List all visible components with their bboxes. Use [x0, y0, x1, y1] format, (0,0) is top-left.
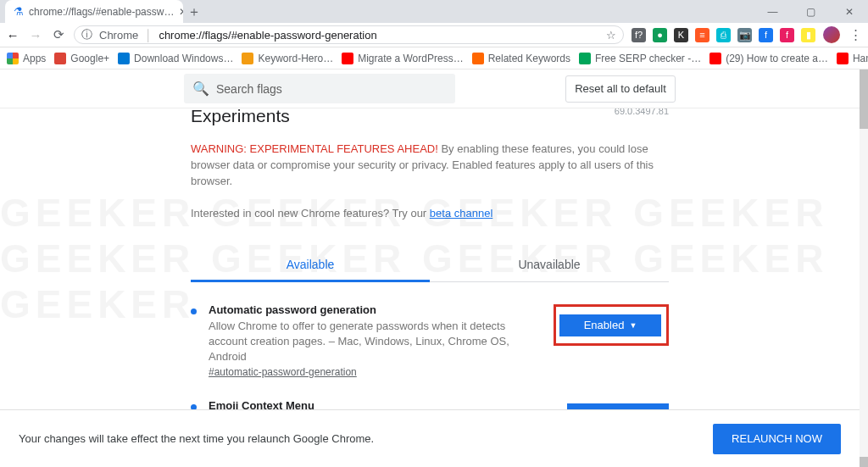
back-button[interactable]: ← — [5, 28, 20, 42]
title-row: Experiments 69.0.3497.81 — [191, 108, 669, 126]
bookmark-item[interactable]: Google+ — [54, 53, 109, 64]
extension-icon[interactable]: f? — [632, 28, 646, 42]
bookmark-label: Migrate a WordPress… — [358, 53, 463, 64]
extension-icon[interactable]: K — [674, 28, 688, 42]
omnibox-separator: │ — [145, 29, 152, 42]
bookmark-label: Download Windows… — [134, 53, 233, 64]
relaunch-button[interactable]: RELAUNCH NOW — [713, 424, 841, 454]
extension-icon[interactable]: ⎙ — [716, 28, 731, 42]
browser-toolbar: ← → ⟳ ⓘ Chrome │ chrome://flags/#enable-… — [0, 23, 868, 47]
profile-avatar[interactable] — [823, 26, 840, 43]
flask-icon: ⚗ — [14, 5, 24, 18]
extension-icon[interactable]: f — [759, 28, 773, 42]
reload-button[interactable]: ⟳ — [51, 27, 66, 42]
bookmark-item[interactable]: Free SERP checker -… — [579, 53, 701, 64]
close-window-button[interactable]: ✕ — [830, 0, 868, 23]
scrollbar-thumb[interactable] — [860, 69, 868, 129]
bookmark-label: (29) How to create a… — [726, 53, 828, 64]
search-icon: 🔍 — [192, 81, 209, 97]
modified-dot-icon — [191, 309, 197, 314]
beta-channel-link[interactable]: beta channel — [430, 207, 492, 220]
flag-body: Automatic password generationAllow Chrom… — [209, 303, 542, 379]
tab-unavailable[interactable]: Unavailable — [430, 249, 669, 281]
page-title: Experiments — [191, 108, 669, 126]
bookmark-item[interactable]: Hang Ups (Want You… — [837, 53, 868, 64]
bookmark-label: Free SERP checker -… — [595, 53, 701, 64]
bookmark-favicon — [118, 53, 130, 64]
flag-hash-link[interactable]: #automatic-password-generation — [209, 366, 357, 378]
chrome-version: 69.0.3497.81 — [615, 108, 669, 116]
warning-text: WARNING: EXPERIMENTAL FEATURES AHEAD! By… — [191, 142, 669, 190]
flag-item: Emoji Context MenuEnables the Emoji pick… — [191, 399, 669, 409]
flags-content: Experiments 69.0.3497.81 WARNING: EXPERI… — [0, 108, 860, 409]
search-flags-input[interactable]: 🔍 Search flags — [184, 74, 455, 103]
bookmark-label: Google+ — [70, 53, 109, 64]
tab-available[interactable]: Available — [191, 249, 430, 282]
menu-button[interactable]: ⋮ — [848, 27, 863, 42]
bookmark-favicon — [472, 53, 484, 64]
scrollbar-thumb-bottom[interactable] — [860, 457, 868, 467]
bookmark-star-icon[interactable]: ☆ — [606, 29, 616, 42]
tab-title: chrome://flags/#enable-passw… — [29, 6, 174, 18]
forward-button[interactable]: → — [28, 28, 43, 42]
bookmark-favicon — [579, 53, 591, 64]
apps-shortcut[interactable]: Apps — [7, 53, 46, 64]
bookmark-favicon — [342, 53, 353, 64]
bookmark-item[interactable]: Download Windows… — [118, 53, 233, 64]
extension-icon[interactable]: 📷 — [737, 28, 752, 42]
vertical-scrollbar[interactable] — [860, 69, 868, 467]
reset-all-button[interactable]: Reset all to default — [565, 75, 676, 103]
flag-name: Automatic password generation — [209, 303, 542, 316]
extension-icon[interactable]: ▮ — [801, 28, 815, 42]
flag-dropdown[interactable]: Enabled ▼ — [559, 314, 661, 336]
bookmark-item[interactable]: Related Keywords — [472, 53, 570, 64]
bookmark-favicon — [242, 53, 253, 64]
search-placeholder: Search flags — [216, 82, 282, 96]
apps-label: Apps — [23, 53, 46, 64]
flag-description: Allow Chrome to offer to generate passwo… — [209, 319, 542, 365]
beta-line: Interested in cool new Chrome features? … — [191, 207, 669, 220]
omnibox-chip: Chrome — [99, 29, 138, 42]
highlight-box: Enabled ▼ — [554, 304, 669, 346]
extension-icon[interactable]: f — [780, 28, 794, 42]
address-bar[interactable]: ⓘ Chrome │ chrome://flags/#enable-passwo… — [74, 25, 624, 44]
flag-item: Automatic password generationAllow Chrom… — [191, 303, 669, 379]
browser-tab[interactable]: ⚗ chrome://flags/#enable-passw… ✕ — [5, 0, 183, 23]
minimize-button[interactable]: — — [754, 0, 792, 23]
flags-tabs: Available Unavailable — [191, 249, 669, 282]
browser-title-bar: ⚗ chrome://flags/#enable-passw… ✕ ＋ — ▢ … — [0, 0, 868, 23]
apps-icon — [7, 53, 19, 64]
site-info-icon[interactable]: ⓘ — [81, 27, 92, 42]
bookmark-label: Keyword-Hero… — [258, 53, 333, 64]
bookmark-favicon — [709, 53, 721, 64]
maximize-button[interactable]: ▢ — [792, 0, 830, 23]
bookmark-label: Hang Ups (Want You… — [853, 53, 868, 64]
bookmark-favicon — [837, 53, 849, 64]
extension-icon[interactable]: ≡ — [695, 28, 709, 42]
warning-bold: WARNING: EXPERIMENTAL FEATURES AHEAD! — [191, 142, 438, 155]
chevron-down-icon: ▼ — [629, 321, 637, 330]
extension-icons: f?●K≡⎙📷ff▮ — [632, 28, 815, 42]
page-viewport: 🔍 Search flags Reset all to default Expe… — [0, 69, 868, 467]
beta-prefix: Interested in cool new Chrome features? … — [191, 207, 430, 220]
omnibox-url: chrome://flags/#enable-password-generati… — [159, 29, 376, 42]
new-tab-button[interactable]: ＋ — [183, 1, 205, 23]
bookmark-bar: Apps Google+Download Windows…Keyword-Her… — [0, 47, 868, 69]
extension-icon[interactable]: ● — [653, 28, 667, 42]
bookmark-item[interactable]: Migrate a WordPress… — [342, 53, 463, 64]
bookmark-item[interactable]: Keyword-Hero… — [242, 53, 333, 64]
flag-dropdown[interactable]: Enabled ▼ — [567, 403, 669, 409]
bookmark-label: Related Keywords — [488, 53, 570, 64]
flag-name: Emoji Context Menu — [209, 399, 555, 409]
footer-message: Your changes will take effect the next t… — [19, 432, 374, 445]
relaunch-footer: Your changes will take effect the next t… — [0, 409, 860, 467]
bookmark-item[interactable]: (29) How to create a… — [709, 53, 828, 64]
flag-body: Emoji Context MenuEnables the Emoji pick… — [209, 399, 555, 409]
bookmark-favicon — [54, 53, 66, 64]
window-controls: — ▢ ✕ — [754, 0, 868, 23]
flags-header-row: 🔍 Search flags Reset all to default — [0, 69, 860, 108]
